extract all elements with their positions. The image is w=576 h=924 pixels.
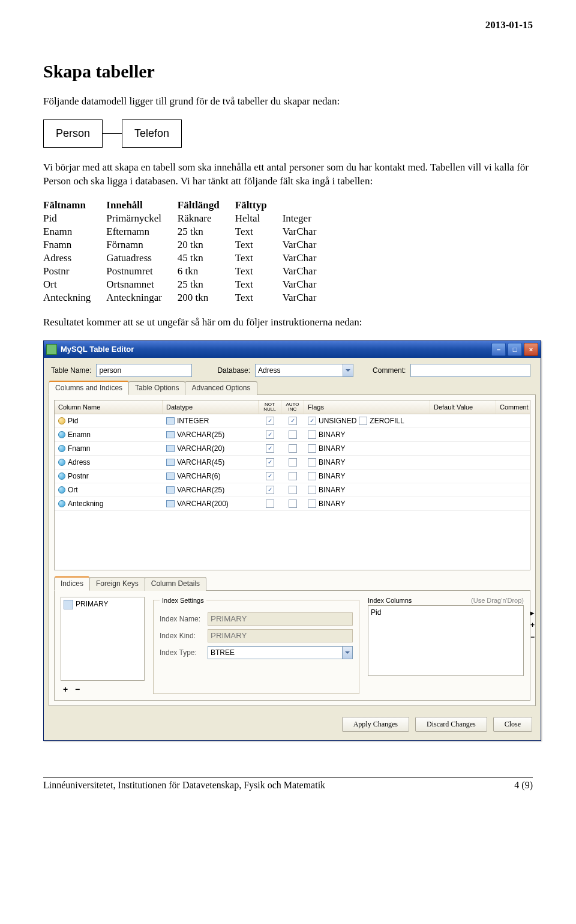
table-name-input[interactable]	[96, 364, 192, 377]
checkbox-icon[interactable]: ✓	[266, 458, 274, 467]
discard-changes-button[interactable]: Discard Changes	[415, 717, 487, 732]
head-default: Default Value	[430, 400, 496, 414]
grid-row[interactable]: PostnrVARCHAR(6)✓BINARY	[55, 470, 530, 483]
index-icon	[64, 600, 73, 609]
checkbox-icon[interactable]	[289, 472, 297, 480]
checkbox-icon[interactable]	[289, 430, 297, 439]
datatype-icon	[166, 417, 175, 424]
minus-icon[interactable]: −	[530, 633, 535, 641]
checkbox-icon[interactable]: ✓	[266, 444, 274, 453]
head-comment: Comment	[496, 400, 532, 414]
head-column-name: Column Name	[55, 400, 163, 414]
grid-row[interactable]: AnteckningVARCHAR(200)BINARY	[55, 497, 530, 511]
index-columns-header: Index Columns	[368, 597, 412, 604]
flag-label: BINARY	[319, 486, 345, 494]
grid-row[interactable]: FnamnVARCHAR(20)✓BINARY	[55, 442, 530, 456]
subpanel-indices: PRIMARY + − Index Settings Index Name: I…	[54, 590, 530, 701]
field-table-row: OrtOrtsnamnet25 tknTextVarChar	[43, 279, 332, 292]
grid-row[interactable]: PidINTEGER✓✓✓UNSIGNEDZEROFILL	[55, 414, 530, 428]
index-columns-box[interactable]: Pid	[368, 605, 524, 676]
page-title: Skapa tabeller	[43, 61, 533, 82]
tab-indices[interactable]: Indices	[54, 577, 90, 591]
grid-row[interactable]: EnamnVARCHAR(25)✓BINARY	[55, 428, 530, 442]
checkbox-icon[interactable]: ✓	[266, 430, 274, 439]
checkbox-icon[interactable]	[359, 417, 367, 425]
checkbox-icon[interactable]: ✓	[308, 417, 316, 425]
column-name: Fnamn	[68, 444, 90, 453]
tab-foreign-keys[interactable]: Foreign Keys	[89, 577, 145, 591]
datatype-value: VARCHAR(200)	[177, 500, 229, 508]
intro-paragraph: Följande datamodell ligger till grund fö…	[43, 95, 533, 109]
maximize-button[interactable]: □	[508, 343, 522, 356]
index-column-reorder[interactable]: ▸ + −	[530, 609, 535, 641]
checkbox-icon[interactable]	[289, 486, 297, 494]
description-paragraph: Vi börjar med att skapa en tabell som sk…	[43, 161, 533, 189]
checkbox-icon[interactable]	[308, 458, 316, 467]
datatype-value: VARCHAR(6)	[177, 472, 220, 480]
field-table-header: Innehåll	[106, 199, 178, 213]
index-type-label: Index Type:	[160, 648, 203, 657]
index-kind-input	[208, 629, 353, 642]
column-name: Postnr	[68, 472, 89, 480]
toolbar: Table Name: Database: Adress Comment:	[44, 358, 541, 381]
close-button[interactable]: Close	[493, 717, 532, 732]
plus-icon[interactable]: +	[530, 621, 535, 629]
column-icon	[58, 459, 65, 466]
index-column-row[interactable]: Pid	[371, 608, 521, 617]
datatype-icon	[166, 431, 175, 438]
index-list[interactable]: PRIMARY	[61, 597, 145, 681]
checkbox-icon[interactable]: ✓	[266, 417, 274, 425]
datatype-value: VARCHAR(25)	[177, 486, 224, 494]
er-relation-line	[103, 133, 122, 134]
window-close-button[interactable]: ×	[524, 343, 538, 356]
tab-table-options[interactable]: Table Options	[128, 381, 185, 395]
field-definition-table: FältnamnInnehållFältlängdFälttyp PidPrim…	[43, 199, 332, 305]
checkbox-icon[interactable]	[308, 444, 316, 453]
grid-row[interactable]: OrtVARCHAR(25)✓BINARY	[55, 483, 530, 497]
footer-institution: Linnéuniversitetet, Institutionen för Da…	[43, 780, 325, 791]
er-diagram: Person Telefon	[43, 119, 533, 148]
tab-columns-indices[interactable]: Columns and Indices	[49, 381, 129, 395]
checkbox-icon[interactable]: ✓	[266, 472, 274, 480]
minimize-button[interactable]: –	[491, 343, 506, 356]
checkbox-icon[interactable]	[266, 500, 274, 508]
grid-row[interactable]: AdressVARCHAR(45)✓BINARY	[55, 456, 530, 470]
head-auto-inc: AUTOINC	[281, 400, 304, 414]
checkbox-icon[interactable]	[289, 500, 297, 508]
app-icon	[46, 344, 57, 355]
checkbox-icon[interactable]	[308, 472, 316, 480]
flag-label: BINARY	[319, 458, 345, 467]
chevron-down-icon	[343, 364, 353, 376]
columns-grid[interactable]: Column Name Datatype NOTNULL AUTOINC Fla…	[54, 400, 530, 570]
field-table-header: Fältlängd	[178, 199, 235, 213]
tab-advanced-options[interactable]: Advanced Options	[185, 381, 257, 395]
comment-input[interactable]	[410, 364, 530, 377]
flag-label: ZEROFILL	[370, 417, 404, 425]
datatype-value: INTEGER	[177, 417, 209, 425]
index-type-select[interactable]: BTREE	[208, 646, 353, 659]
column-name: Pid	[68, 417, 78, 425]
checkbox-icon[interactable]	[289, 458, 297, 467]
field-table-row: PidPrimärnyckelRäknareHeltalInteger	[43, 213, 332, 226]
grid-empty-area[interactable]	[55, 511, 530, 570]
grid-header: Column Name Datatype NOTNULL AUTOINC Fla…	[55, 400, 530, 414]
checkbox-icon[interactable]	[308, 430, 316, 439]
datatype-value: VARCHAR(45)	[177, 458, 224, 467]
dialog-buttons: Apply Changes Discard Changes Close	[44, 711, 541, 740]
database-select[interactable]: Adress	[255, 364, 353, 377]
datatype-value: VARCHAR(20)	[177, 444, 224, 453]
index-kind-label: Index Kind:	[160, 632, 203, 640]
apply-changes-button[interactable]: Apply Changes	[342, 717, 409, 732]
triangle-right-icon: ▸	[530, 609, 535, 617]
datatype-icon	[166, 473, 175, 480]
datatype-icon	[166, 486, 175, 494]
checkbox-icon[interactable]	[308, 500, 316, 508]
checkbox-icon[interactable]: ✓	[289, 417, 297, 425]
index-add-remove[interactable]: + −	[61, 684, 145, 694]
field-table-header	[283, 199, 332, 213]
tab-column-details[interactable]: Column Details	[145, 577, 206, 591]
checkbox-icon[interactable]	[308, 486, 316, 494]
checkbox-icon[interactable]: ✓	[266, 486, 274, 494]
key-icon	[58, 417, 65, 424]
checkbox-icon[interactable]	[289, 444, 297, 453]
